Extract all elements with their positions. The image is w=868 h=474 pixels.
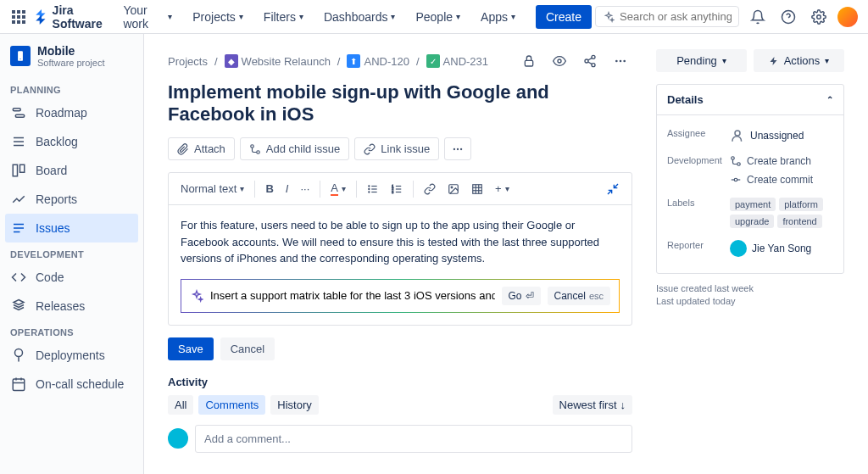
svg-rect-1 bbox=[17, 10, 20, 14]
assignee-value[interactable]: Unassigned bbox=[730, 128, 833, 143]
notifications-icon[interactable] bbox=[746, 5, 770, 29]
label-frontend[interactable]: frontend bbox=[777, 215, 821, 228]
breadcrumb-projects[interactable]: Projects bbox=[168, 55, 208, 68]
breadcrumb-and-120[interactable]: ⬆AND-120 bbox=[347, 54, 409, 68]
search-input[interactable] bbox=[620, 10, 732, 23]
tab-all[interactable]: All bbox=[168, 395, 193, 415]
nav-dashboards[interactable]: Dashboards▾ bbox=[317, 7, 403, 27]
status-dropdown[interactable]: Pending ▾ bbox=[656, 49, 747, 72]
nav-filters[interactable]: Filters▾ bbox=[257, 7, 310, 27]
svg-rect-13 bbox=[13, 109, 20, 111]
ai-cancel-button[interactable]: Cancel esc bbox=[548, 287, 610, 305]
sidebar-item-roadmap[interactable]: Roadmap bbox=[0, 98, 143, 127]
comment-input[interactable]: Add a comment... bbox=[195, 425, 632, 453]
user-avatar[interactable] bbox=[837, 7, 858, 27]
labels-value[interactable]: payment platform upgrade frontend bbox=[730, 198, 833, 228]
svg-rect-19 bbox=[20, 165, 25, 172]
table-button[interactable] bbox=[466, 180, 488, 198]
settings-icon[interactable] bbox=[807, 5, 831, 29]
svg-point-65 bbox=[737, 163, 741, 166]
app-switcher-icon[interactable] bbox=[10, 7, 27, 27]
label-payment[interactable]: payment bbox=[730, 198, 776, 211]
svg-point-10 bbox=[817, 14, 821, 19]
more-icon[interactable] bbox=[609, 49, 632, 73]
sidebar-item-oncall[interactable]: On-call schedule bbox=[0, 370, 143, 399]
more-format-button[interactable]: ··· bbox=[295, 179, 314, 198]
svg-rect-2 bbox=[22, 10, 25, 14]
ai-go-button[interactable]: Go ⏎ bbox=[502, 287, 541, 305]
reporter-value[interactable]: Jie Yan Song bbox=[730, 240, 833, 257]
svg-line-32 bbox=[588, 62, 593, 64]
editor-link-button[interactable] bbox=[419, 180, 441, 198]
issue-title[interactable]: Implement mobile sign-up with Google and… bbox=[168, 81, 632, 125]
bullet-list-button[interactable] bbox=[362, 180, 384, 198]
story-icon: ⬆ bbox=[347, 54, 360, 68]
tab-comments[interactable]: Comments bbox=[198, 395, 265, 415]
label-upgrade[interactable]: upgrade bbox=[730, 215, 774, 228]
backlog-icon bbox=[10, 133, 27, 150]
breadcrumb-website-relaunch[interactable]: ◆Website Relaunch bbox=[225, 54, 331, 68]
help-icon[interactable] bbox=[776, 5, 800, 29]
svg-line-62 bbox=[608, 190, 612, 194]
nav-apps[interactable]: Apps▾ bbox=[474, 7, 522, 27]
actions-dropdown[interactable]: Actions ▾ bbox=[754, 49, 844, 72]
svg-rect-3 bbox=[12, 15, 15, 19]
tab-history[interactable]: History bbox=[270, 395, 318, 415]
lock-icon[interactable] bbox=[517, 49, 541, 73]
chevron-down-icon: ▾ bbox=[722, 56, 726, 65]
label-platform[interactable]: platform bbox=[779, 198, 823, 211]
share-icon[interactable] bbox=[578, 49, 602, 73]
svg-rect-5 bbox=[22, 15, 25, 19]
sidebar-item-releases[interactable]: Releases bbox=[0, 292, 143, 321]
ai-prompt-box: Go ⏎ Cancel esc bbox=[181, 279, 620, 313]
bold-button[interactable]: B bbox=[260, 179, 278, 198]
italic-button[interactable]: I bbox=[281, 179, 294, 198]
number-list-button[interactable]: 123 bbox=[386, 180, 408, 198]
create-button[interactable]: Create bbox=[536, 5, 592, 29]
sparkle-icon bbox=[603, 11, 615, 23]
arrow-down-icon: ↓ bbox=[620, 399, 626, 411]
create-branch-link[interactable]: Create branch bbox=[730, 155, 811, 167]
search-box[interactable] bbox=[595, 6, 739, 27]
link-issue-button[interactable]: Link issue bbox=[354, 137, 439, 160]
breadcrumb-and-231[interactable]: ✓AND-231 bbox=[426, 54, 488, 68]
add-child-button[interactable]: Add child issue bbox=[240, 137, 349, 160]
text-style-dropdown[interactable]: Normal text ▾ bbox=[175, 179, 249, 198]
sidebar-item-issues[interactable]: Issues bbox=[5, 214, 138, 243]
comment-avatar bbox=[168, 428, 188, 449]
ai-collapse-button[interactable] bbox=[601, 179, 625, 199]
project-header[interactable]: Mobile Software project bbox=[0, 44, 143, 78]
sidebar-item-deployments[interactable]: Deployments bbox=[0, 341, 143, 370]
attach-button[interactable]: Attach bbox=[168, 137, 235, 160]
sidebar-item-backlog[interactable]: Backlog bbox=[0, 127, 143, 156]
nav-your-work[interactable]: Your work▾ bbox=[116, 0, 179, 34]
sidebar-item-reports[interactable]: Reports bbox=[0, 185, 143, 214]
cancel-button[interactable]: Cancel bbox=[220, 337, 275, 360]
sort-button[interactable]: Newest first ↓ bbox=[553, 395, 632, 415]
svg-point-63 bbox=[735, 131, 740, 136]
reports-icon bbox=[10, 191, 27, 208]
save-button[interactable]: Save bbox=[168, 337, 214, 360]
activity-tabs: All Comments History Newest first ↓ bbox=[168, 395, 632, 415]
nav-people[interactable]: People▾ bbox=[409, 7, 467, 27]
ai-prompt-input[interactable] bbox=[210, 289, 495, 302]
jira-logo[interactable]: Jira Software bbox=[34, 3, 110, 31]
sidebar-item-board[interactable]: Board bbox=[0, 156, 143, 185]
text-color-button[interactable]: A ▾ bbox=[326, 178, 351, 199]
details-toggle[interactable]: Details ⌃ bbox=[657, 85, 843, 115]
issue-toolbar: Attach Add child issue Link issue bbox=[168, 137, 632, 160]
more-actions-button[interactable] bbox=[444, 137, 471, 160]
svg-point-45 bbox=[369, 185, 370, 186]
deployments-icon bbox=[10, 347, 27, 364]
image-button[interactable] bbox=[442, 180, 465, 198]
description-text[interactable]: For this feature, users need to be able … bbox=[181, 217, 620, 267]
svg-rect-8 bbox=[22, 20, 25, 24]
nav-projects[interactable]: Projects▾ bbox=[186, 7, 250, 27]
create-commit-link[interactable]: Create commit bbox=[730, 174, 813, 186]
svg-point-37 bbox=[251, 144, 254, 148]
insert-button[interactable]: + ▾ bbox=[490, 179, 515, 198]
watch-icon[interactable] bbox=[548, 49, 571, 73]
sidebar-item-code[interactable]: Code bbox=[0, 263, 143, 292]
svg-rect-0 bbox=[12, 10, 15, 14]
section-planning: PLANNING bbox=[0, 78, 143, 98]
